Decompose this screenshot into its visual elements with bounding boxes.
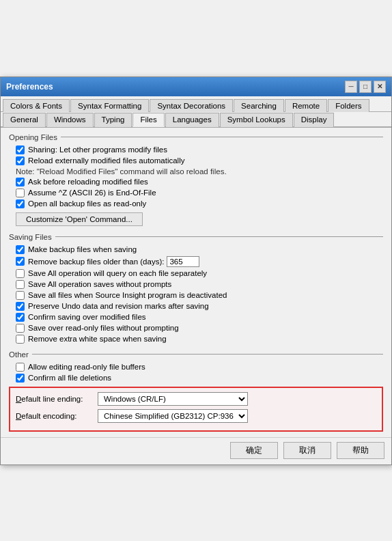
checkbox-remove-backup: Remove backup files older than (days): [16, 256, 383, 267]
encoding-row: Default encoding: Chinese Simplified (GB… [16, 409, 376, 423]
reload-note: Note: "Reload Modified Files" command wi… [16, 167, 383, 176]
checkbox-confirm-delete: Confirm all file deletions [16, 374, 383, 383]
tab-remote[interactable]: Remote [285, 99, 327, 112]
checkbox-make-backup-label: Make backup files when saving [28, 245, 137, 253]
opening-files-section: Opening Files Sharing: Let other program… [9, 133, 383, 226]
checkbox-allow-editing-input[interactable] [16, 363, 25, 372]
tab-files[interactable]: Files [132, 113, 164, 127]
checkbox-save-all-query: Save All operation will query on each fi… [16, 269, 383, 278]
bottom-buttons-area: 确定 取消 帮助 [1, 437, 391, 464]
maximize-button[interactable]: □ [359, 81, 372, 93]
checkbox-allow-editing-label: Allow editing read-only file buffers [28, 363, 145, 371]
tab-syntax-formatting[interactable]: Syntax Formatting [70, 99, 149, 112]
checkbox-save-all-query-input[interactable] [16, 269, 25, 278]
checkbox-assume-eof: Assume ^Z (ASCII 26) is End-Of-File [16, 189, 383, 197]
checkbox-backup-readonly-input[interactable] [16, 199, 25, 208]
tab-folders[interactable]: Folders [328, 99, 369, 112]
checkbox-remove-backup-input[interactable] [16, 257, 25, 266]
other-title: Other [9, 350, 383, 359]
title-bar: Preferences ─ □ ✕ [1, 77, 391, 96]
tab-colors-fonts[interactable]: Colors & Fonts [3, 99, 70, 112]
checkbox-remove-whitespace-label: Remove extra white space when saving [28, 335, 167, 343]
checkbox-reload-input[interactable] [16, 156, 25, 165]
checkbox-preserve-undo-input[interactable] [16, 302, 25, 311]
other-section: Other Allow editing read-only file buffe… [9, 350, 383, 383]
checkbox-save-no-prompts-input[interactable] [16, 280, 25, 289]
checkbox-remove-whitespace: Remove extra white space when saving [16, 335, 383, 344]
checkbox-save-deactivated-label: Save all files when Source Insight progr… [28, 291, 227, 299]
tab-windows[interactable]: Windows [46, 113, 94, 127]
checkbox-make-backup-input[interactable] [16, 245, 25, 254]
window-title: Preferences [6, 82, 53, 92]
checkbox-backup-readonly-label: Open all backup files as read-only [28, 199, 146, 208]
backup-days-input[interactable] [167, 256, 199, 267]
checkbox-preserve-undo: Preserve Undo data and revision marks af… [16, 302, 383, 311]
preferences-window: Preferences ─ □ ✕ Colors & Fonts Syntax … [0, 77, 392, 465]
opening-files-title: Opening Files [9, 133, 383, 141]
checkbox-preserve-undo-label: Preserve Undo data and revision marks af… [28, 302, 209, 310]
checkbox-ask-reload-label: Ask before reloading modified files [28, 178, 148, 186]
line-ending-select[interactable]: Windows (CR/LF) Unix (LF) Mac (CR) [98, 392, 248, 406]
saving-files-section: Saving Files Make backup files when savi… [9, 233, 383, 344]
minimize-button[interactable]: ─ [345, 81, 357, 93]
encoding-label: Default encoding: [16, 412, 98, 420]
checkbox-save-readonly: Save over read-only files without prompt… [16, 324, 383, 333]
checkbox-sharing: Sharing: Let other programs modify files [16, 145, 383, 154]
checkbox-save-all-query-label: Save All operation will query on each fi… [28, 269, 207, 277]
checkbox-make-backup: Make backup files when saving [16, 245, 383, 254]
customize-open-row: Customize 'Open' Command... [16, 212, 383, 226]
checkbox-save-no-prompts: Save All operation saves without prompts [16, 280, 383, 289]
checkbox-ask-reload-input[interactable] [16, 178, 25, 186]
help-button[interactable]: 帮助 [337, 442, 384, 459]
checkbox-assume-eof-input[interactable] [16, 189, 25, 197]
checkbox-save-readonly-label: Save over read-only files without prompt… [28, 324, 179, 332]
tab-syntax-decorations[interactable]: Syntax Decorations [150, 99, 233, 112]
encoding-select[interactable]: Chinese Simplified (GB2312) CP:936 UTF-8… [98, 409, 248, 423]
ok-button[interactable]: 确定 [230, 442, 278, 459]
checkbox-remove-backup-label: Remove backup files older than (days): [28, 258, 164, 266]
tab-languages[interactable]: Languages [165, 113, 219, 127]
checkbox-confirm-delete-label: Confirm all file deletions [28, 374, 111, 382]
checkbox-remove-whitespace-input[interactable] [16, 335, 25, 344]
checkbox-save-no-prompts-label: Save All operation saves without prompts [28, 280, 171, 288]
content-area: Opening Files Sharing: Let other program… [1, 128, 391, 437]
checkbox-save-deactivated: Save all files when Source Insight progr… [16, 291, 383, 300]
checkbox-save-deactivated-input[interactable] [16, 291, 25, 300]
checkbox-sharing-input[interactable] [16, 145, 25, 154]
checkbox-assume-eof-label: Assume ^Z (ASCII 26) is End-Of-File [28, 189, 156, 197]
tab-display[interactable]: Display [294, 113, 335, 127]
customize-open-button[interactable]: Customize 'Open' Command... [16, 212, 143, 226]
highlighted-box: Default line ending: Windows (CR/LF) Uni… [9, 387, 383, 432]
tab-symbol-lookups[interactable]: Symbol Lookups [220, 113, 293, 127]
cancel-button[interactable]: 取消 [283, 442, 331, 459]
tab-typing[interactable]: Typing [94, 113, 132, 127]
checkbox-save-readonly-input[interactable] [16, 324, 25, 333]
title-bar-buttons: ─ □ ✕ [345, 81, 386, 93]
checkbox-confirm-modified-label: Confirm saving over modified files [28, 313, 146, 321]
checkbox-reload: Reload externally modified files automat… [16, 156, 383, 165]
checkbox-confirm-delete-input[interactable] [16, 374, 25, 383]
checkbox-ask-reload: Ask before reloading modified files [16, 178, 383, 186]
checkbox-reload-label: Reload externally modified files automat… [28, 156, 184, 165]
tab-general[interactable]: General [3, 113, 46, 127]
checkbox-confirm-modified: Confirm saving over modified files [16, 313, 383, 322]
line-ending-row: Default line ending: Windows (CR/LF) Uni… [16, 392, 376, 406]
tabs-row-1: Colors & Fonts Syntax Formatting Syntax … [1, 96, 391, 112]
checkbox-confirm-modified-input[interactable] [16, 313, 25, 322]
tab-searching[interactable]: Searching [234, 99, 284, 112]
checkbox-backup-readonly: Open all backup files as read-only [16, 199, 383, 208]
close-button[interactable]: ✕ [374, 81, 386, 93]
tabs-row-2: General Windows Typing Files Languages S… [1, 112, 391, 128]
saving-files-title: Saving Files [9, 233, 383, 241]
checkbox-sharing-label: Sharing: Let other programs modify files [28, 145, 167, 154]
line-ending-label: Default line ending: [16, 395, 98, 403]
checkbox-allow-editing: Allow editing read-only file buffers [16, 363, 383, 372]
